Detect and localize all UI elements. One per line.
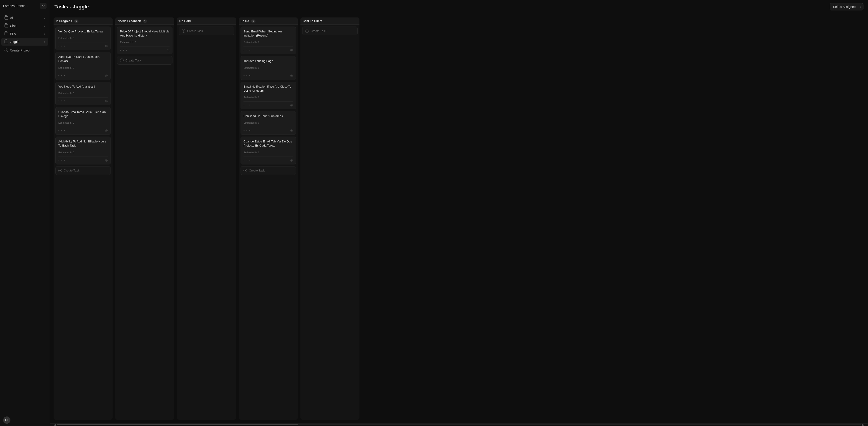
user-info: Lorenzo Franco ▾ xyxy=(3,4,28,8)
task-card-menu-dots[interactable]: • • • xyxy=(58,129,66,132)
task-card-menu-dots[interactable]: • • • xyxy=(244,129,251,132)
create-task-label: Create Task xyxy=(311,29,326,33)
folder-icon xyxy=(4,24,8,28)
column-to-do: To Do5Send Email When Getting An Invitat… xyxy=(239,18,298,420)
task-card-menu-dots[interactable]: • • • xyxy=(244,103,251,107)
col-body-to-do: Send Email When Getting An Invitation (R… xyxy=(239,25,298,420)
task-card[interactable]: Add Ability To Add Not Billable Hours To… xyxy=(55,137,111,164)
task-card-menu-dots[interactable]: • • • xyxy=(244,74,251,77)
task-card-estimated: Estimated h: 0 xyxy=(58,120,108,126)
column-in-progress: In Progress5Ver De Que Proyecto Es La Ta… xyxy=(54,18,113,420)
task-card-title: Cuando Estoy En All Tab Ver De Que Proje… xyxy=(244,139,293,148)
task-card-move-icon[interactable]: ⊕ xyxy=(105,99,108,103)
task-card-estimated: Estimated h: 0 xyxy=(244,120,293,126)
sidebar: Lorenzo Franco ▾ ⚙ All ▾ Clap ▾ ELA xyxy=(0,0,50,426)
sidebar-item-juggle[interactable]: Juggle ▾ xyxy=(1,38,48,45)
task-card-menu-dots[interactable]: • • • xyxy=(58,74,66,77)
task-card-move-icon[interactable]: ⊕ xyxy=(290,73,293,78)
task-card[interactable]: Add Level To User ( Junior, Mid, Senior)… xyxy=(55,52,111,79)
col-title: Needs Feedback xyxy=(118,19,141,23)
col-title: In Progress xyxy=(56,19,72,23)
folder-icon xyxy=(4,32,8,35)
task-card-footer: • • •⊕ xyxy=(58,72,108,79)
task-card[interactable]: Cuando Creo Tarea Seria Bueno Un Dialogo… xyxy=(55,107,111,135)
task-card-estimated: Estimated h: 0 xyxy=(58,150,108,156)
task-card-footer: • • •⊕ xyxy=(244,46,293,54)
task-card[interactable]: Ver De Que Proyecto Es La TareaEstimated… xyxy=(55,27,111,50)
task-card[interactable]: Improve Landing PageEstimated h: 0• • •⊕ xyxy=(241,56,296,79)
task-card[interactable]: Send Email When Getting An Invitation (R… xyxy=(241,27,296,54)
settings-button[interactable]: ⚙ xyxy=(40,3,46,9)
task-card-menu-dots[interactable]: • • • xyxy=(58,99,66,103)
task-card[interactable]: Cuando Estoy En All Tab Ver De Que Proje… xyxy=(241,137,296,164)
task-card-menu-dots[interactable]: • • • xyxy=(244,48,251,52)
page-header: Tasks - Juggle Select Assignee ▾ xyxy=(50,0,868,14)
create-task-button-sent-to-client[interactable]: +Create Task xyxy=(302,27,358,35)
create-task-button-to-do[interactable]: +Create Task xyxy=(241,166,296,175)
task-card-move-icon[interactable]: ⊕ xyxy=(105,128,108,133)
create-task-plus-icon: + xyxy=(120,59,124,62)
task-card-menu-dots[interactable]: • • • xyxy=(58,158,66,162)
task-card-title: Add Ability To Add Not Billable Hours To… xyxy=(58,139,108,148)
col-body-in-progress: Ver De Que Proyecto Es La TareaEstimated… xyxy=(54,25,113,420)
task-card-estimated: Estimated h: 0 xyxy=(58,91,108,96)
scroll-left-icon[interactable]: ◀ xyxy=(54,423,56,426)
horizontal-scrollbar[interactable]: ◀ ▶ xyxy=(50,423,868,426)
create-task-button-needs-feedback[interactable]: +Create Task xyxy=(117,56,173,65)
chevron-down-icon: ▾ xyxy=(44,33,45,35)
task-card-menu-dots[interactable]: • • • xyxy=(244,158,251,162)
col-header-on-hold: On Hold xyxy=(177,18,236,25)
plus-circle-icon: + xyxy=(4,48,8,52)
create-task-button-on-hold[interactable]: +Create Task xyxy=(179,27,234,35)
task-card-title: Add Level To User ( Junior, Mid, Senior) xyxy=(58,55,108,63)
scroll-right-icon[interactable]: ▶ xyxy=(862,423,864,426)
task-card-menu-dots[interactable]: • • • xyxy=(58,44,66,48)
sidebar-item-label: Juggle xyxy=(10,40,19,43)
task-card[interactable]: Price Of Project Should Have Multiple An… xyxy=(117,27,173,54)
col-header-to-do: To Do5 xyxy=(239,18,298,25)
sidebar-item-clap[interactable]: Clap ▾ xyxy=(1,22,48,30)
main-content: Tasks - Juggle Select Assignee ▾ In Prog… xyxy=(50,0,868,426)
avatar: LF xyxy=(3,417,10,424)
col-header-sent-to-client: Sent To Client xyxy=(301,18,360,25)
page-title: Tasks - Juggle xyxy=(55,4,89,10)
create-task-label: Create Task xyxy=(64,169,80,172)
task-card-move-icon[interactable]: ⊕ xyxy=(105,73,108,78)
create-task-plus-icon: + xyxy=(182,29,185,33)
task-card-footer: • • •⊕ xyxy=(58,97,108,105)
task-card[interactable]: Email Notification If We Are Close To Us… xyxy=(241,81,296,109)
col-header-in-progress: In Progress5 xyxy=(54,18,113,25)
sidebar-item-label: All xyxy=(10,16,13,20)
task-card-footer: • • •⊕ xyxy=(58,127,108,134)
folder-icon xyxy=(4,40,8,43)
kanban-board: In Progress5Ver De Que Proyecto Es La Ta… xyxy=(50,14,868,423)
task-card-move-icon[interactable]: ⊕ xyxy=(290,128,293,133)
task-card-footer: • • •⊕ xyxy=(58,42,108,50)
task-card-title: You Need To Add Analytics!! xyxy=(58,85,108,89)
col-title: Sent To Client xyxy=(303,19,322,23)
sidebar-item-all[interactable]: All ▾ xyxy=(1,14,48,22)
task-card-move-icon[interactable]: ⊕ xyxy=(166,48,169,52)
task-card-move-icon[interactable]: ⊕ xyxy=(290,158,293,162)
col-body-on-hold: +Create Task xyxy=(177,25,236,420)
task-card-move-icon[interactable]: ⊕ xyxy=(290,103,293,107)
task-card-move-icon[interactable]: ⊕ xyxy=(105,44,108,48)
task-card-menu-dots[interactable]: • • • xyxy=(120,48,127,52)
sidebar-item-label: ELA xyxy=(10,32,16,36)
assignee-select[interactable]: Select Assignee xyxy=(830,3,864,10)
task-card[interactable]: You Need To Add Analytics!!Estimated h: … xyxy=(55,81,111,105)
task-card-footer: • • •⊕ xyxy=(244,127,293,134)
create-project-label: Create Project xyxy=(10,48,30,52)
task-card-move-icon[interactable]: ⊕ xyxy=(105,158,108,162)
task-card-move-icon[interactable]: ⊕ xyxy=(290,48,293,52)
create-task-plus-icon: + xyxy=(305,29,309,33)
task-card-estimated: Estimated h: 0 xyxy=(58,35,108,41)
create-task-button-in-progress[interactable]: +Create Task xyxy=(55,166,111,175)
column-needs-feedback: Needs Feedback1Price Of Project Should H… xyxy=(115,18,174,420)
user-name: Lorenzo Franco xyxy=(3,4,25,8)
task-card[interactable]: Habilidad De Tener SubtareasEstimated h:… xyxy=(241,111,296,135)
create-project-button[interactable]: + Create Project xyxy=(1,46,48,54)
task-card-footer: • • •⊕ xyxy=(244,101,293,109)
sidebar-item-ela[interactable]: ELA ▾ xyxy=(1,30,48,38)
task-card-title: Ver De Que Proyecto Es La Tarea xyxy=(58,30,108,34)
